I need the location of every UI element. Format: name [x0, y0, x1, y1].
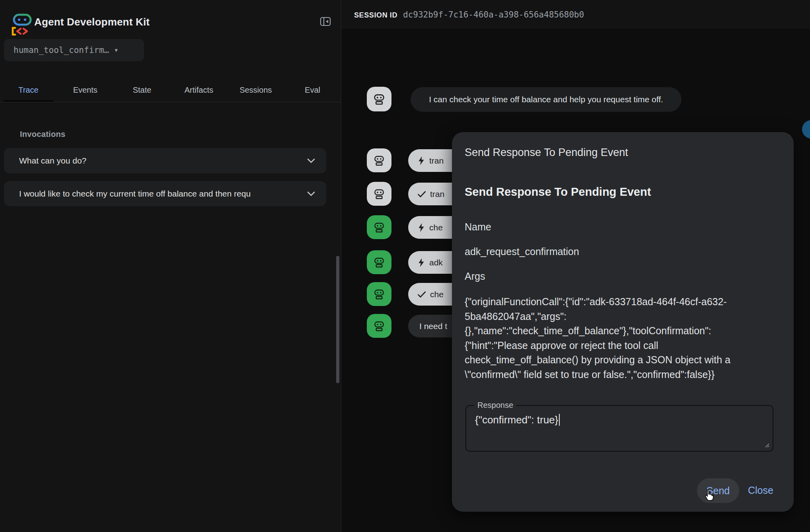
agent-select[interactable]: human_tool_confirm… ▾ — [4, 39, 144, 61]
floating-action-button-partial[interactable] — [802, 120, 810, 138]
chevron-down-icon: ▾ — [115, 47, 118, 54]
name-value: adk_request_confirmation — [465, 246, 579, 257]
response-input-value: {"confirmed": true} — [475, 414, 560, 426]
app-title: Agent Development Kit — [34, 16, 150, 28]
invocation-item-2[interactable]: I would like to check my current time of… — [4, 181, 326, 206]
bot-avatar-active — [367, 215, 391, 239]
send-button[interactable]: Send — [697, 478, 739, 503]
tab-bar: Trace Events State Artifacts Sessions Ev… — [0, 78, 341, 102]
bot-avatar-active — [367, 314, 391, 338]
response-input[interactable]: Response {"confirmed": true} — [465, 405, 773, 452]
tab-eval[interactable]: Eval — [284, 78, 341, 102]
dialog-title: Send Response To Pending Event — [465, 146, 628, 159]
check-icon — [418, 191, 426, 197]
chevron-down-icon[interactable] — [307, 191, 315, 196]
bot-avatar-active — [367, 250, 391, 274]
send-response-dialog: Send Response To Pending Event Send Resp… — [452, 132, 794, 512]
bot-avatar — [367, 182, 391, 206]
left-panel: Agent Development Kit human_tool_confirm… — [0, 0, 341, 532]
robot-icon — [373, 154, 386, 167]
event-chip-label: tran — [430, 189, 444, 199]
text-cursor — [559, 414, 560, 426]
agent-message-bubble: I can check your time off balance and he… — [411, 87, 681, 112]
close-button[interactable]: Close — [748, 485, 773, 496]
args-value: {"originalFunctionCall":{"id":"adk-63371… — [465, 294, 775, 382]
robot-icon — [373, 320, 386, 332]
event-chip-label: che — [429, 223, 443, 232]
agent-message-text: I can check your time off balance and he… — [419, 95, 674, 104]
bot-avatar — [367, 87, 391, 111]
send-button-label: Send — [707, 485, 730, 497]
bolt-icon — [418, 258, 425, 267]
check-icon — [418, 291, 426, 298]
scrollbar-thumb[interactable] — [336, 256, 339, 383]
invocation-text: What can you do? — [19, 156, 294, 166]
agent-message-text: I need t — [419, 322, 447, 331]
args-label: Args — [465, 271, 485, 282]
dialog-heading: Send Response To Pending Event — [465, 185, 651, 199]
session-id-value: dc932b9f-7c16-460a-a398-656a485680b0 — [403, 10, 584, 19]
agent-select-value: human_tool_confirm… — [14, 45, 109, 55]
resize-handle-icon[interactable] — [764, 442, 769, 448]
tab-state[interactable]: State — [114, 78, 171, 102]
event-chip-label: tran — [429, 156, 444, 166]
robot-icon — [373, 256, 386, 269]
event-chip-label: adk — [429, 258, 443, 267]
tab-sessions[interactable]: Sessions — [227, 78, 284, 102]
session-id-label: SESSION ID — [354, 11, 397, 19]
invocation-item-1[interactable]: What can you do? — [4, 148, 326, 173]
tab-artifacts[interactable]: Artifacts — [170, 78, 227, 102]
adk-logo-icon — [11, 14, 33, 37]
collapse-panel-button[interactable] — [318, 14, 333, 29]
event-chip-label: che — [430, 290, 444, 299]
response-input-label: Response — [474, 401, 516, 410]
active-tab-ink-bar — [3, 100, 53, 102]
tab-trace[interactable]: Trace — [0, 78, 57, 102]
tab-events[interactable]: Events — [57, 78, 114, 102]
robot-icon — [373, 221, 386, 234]
invocation-text: I would like to check my current time of… — [19, 189, 294, 199]
invocations-heading: Invocations — [20, 130, 65, 139]
name-label: Name — [465, 221, 491, 233]
chevron-down-icon[interactable] — [307, 158, 315, 163]
bot-avatar — [367, 148, 391, 172]
robot-icon — [373, 288, 386, 300]
bolt-icon — [418, 156, 425, 165]
collapse-panel-icon — [319, 16, 331, 27]
robot-icon — [372, 92, 386, 106]
bolt-icon — [418, 223, 425, 232]
bot-avatar-active — [367, 282, 391, 306]
robot-icon — [373, 187, 386, 200]
